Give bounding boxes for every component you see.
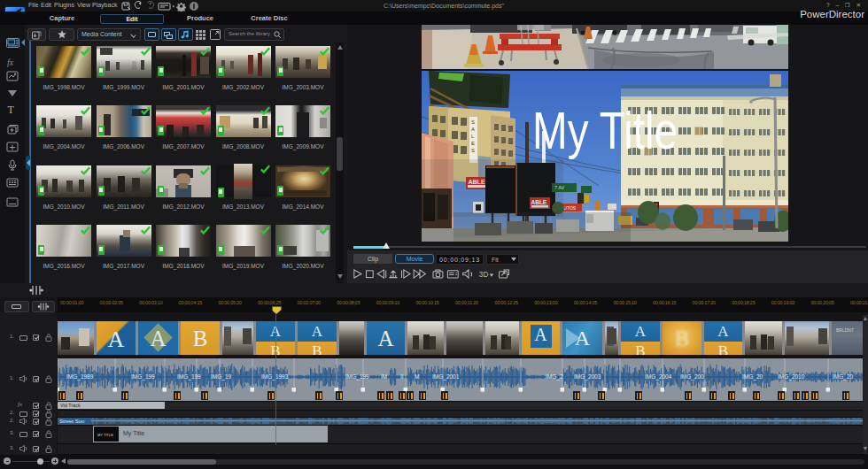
svg-text:A: A bbox=[471, 127, 475, 132]
svg-text:S: S bbox=[471, 119, 475, 125]
svg-text:E: E bbox=[471, 141, 475, 146]
svg-text:S: S bbox=[471, 148, 475, 153]
svg-text:3D: 3D bbox=[479, 271, 489, 279]
svg-text:Street Sou: Street Sou bbox=[59, 419, 84, 424]
svg-text:My Title: My Title bbox=[532, 101, 678, 160]
